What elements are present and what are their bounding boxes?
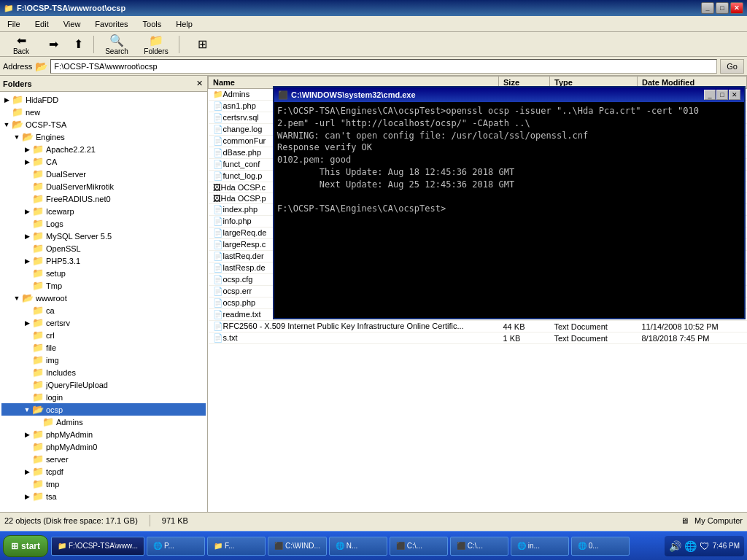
tree-item-img[interactable]: 📁img <box>1 354 206 366</box>
tree-item-new[interactable]: 📁new <box>1 106 206 118</box>
table-row[interactable]: 📄RFC2560 - X.509 Internet Public Key Inf… <box>209 321 747 332</box>
taskbar-item-icon: 🌐 <box>578 542 587 550</box>
menu-help[interactable]: Help <box>171 18 197 30</box>
menu-file[interactable]: File <box>3 18 25 30</box>
tree-item-wwwroot[interactable]: ▼📂wwwroot <box>1 292 206 304</box>
tree-item-ocsp-tsa[interactable]: ▼📂OCSP-TSA <box>1 118 206 131</box>
search-button[interactable]: 🔍 Search <box>98 31 135 58</box>
tree-item-freeradius.net0[interactable]: 📁FreeRADIUS.net0 <box>1 192 206 205</box>
tree-item-label: server <box>46 455 69 464</box>
folders-close-button[interactable]: ✕ <box>195 79 204 88</box>
tree-expander-empty <box>1 107 12 117</box>
taskbar-item[interactable]: ⬛C:\... <box>390 537 448 556</box>
tree-item-php5.3.1[interactable]: ▶📁PHP5.3.1 <box>1 254 206 267</box>
forward-button[interactable]: ➡ <box>42 35 64 53</box>
tree-expander[interactable]: ▶ <box>22 157 32 167</box>
tree-item-admins[interactable]: 📁Admins <box>1 416 206 428</box>
tree-item-certsrv[interactable]: ▶📁certsrv <box>1 316 206 329</box>
taskbar-item[interactable]: 🌐N... <box>329 537 387 556</box>
tree-item-hidafdd[interactable]: ▶📁HidaFDD <box>1 93 206 106</box>
tree-item-jqueryfileupload[interactable]: 📁jQueryFileUpload <box>1 378 206 391</box>
start-button[interactable]: ⊞ start <box>3 535 48 557</box>
address-input[interactable]: F:\OCSP-TSA\wwwroot\ocsp <box>50 59 717 74</box>
tree-item-logs[interactable]: 📁Logs <box>1 217 206 230</box>
cmd-window[interactable]: ⬛ C:\WINDOWS\system32\cmd.exe _ □ ✕ F:\O… <box>273 86 746 319</box>
tree-expander[interactable]: ▼ <box>22 405 32 415</box>
address-bar: Address 📂 F:\OCSP-TSA\wwwroot\ocsp Go <box>0 57 747 76</box>
tree-item-label: Apache2.2.21 <box>46 145 96 154</box>
folders-tree[interactable]: ▶📁HidaFDD📁new▼📂OCSP-TSA▼📂Engines▶📁Apache… <box>0 92 207 512</box>
toolbar-sep-1 <box>93 36 94 53</box>
tree-expander[interactable]: ▶ <box>22 231 32 241</box>
tray-icon-1[interactable]: 🔊 <box>669 540 681 552</box>
taskbar-item[interactable]: ⬛C:\WIND... <box>268 537 327 556</box>
tree-item-openssl[interactable]: 📁OpenSSL <box>1 242 206 254</box>
taskbar-item[interactable]: ⬛C:\... <box>450 537 508 556</box>
close-button[interactable]: ✕ <box>730 2 743 14</box>
taskbar-item[interactable]: 🌐P... <box>147 537 205 556</box>
menu-edit[interactable]: Edit <box>31 18 53 30</box>
address-label: Address <box>3 62 32 71</box>
folders-button[interactable]: 📁 Folders <box>138 31 174 58</box>
tree-item-includes[interactable]: 📁Includes <box>1 366 206 378</box>
address-value: F:\OCSP-TSA\wwwroot\ocsp <box>54 62 157 71</box>
tree-item-crl[interactable]: 📁crl <box>1 329 206 341</box>
tree-item-server[interactable]: 📁server <box>1 453 206 465</box>
taskbar-tray: 🔊 🌐 🛡 7:46 PM <box>665 536 744 556</box>
table-row[interactable]: 📄s.txt 1 KB Text Document 8/18/2018 7:45… <box>209 332 747 344</box>
tree-item-icewarp[interactable]: ▶📁Icewarp <box>1 205 206 217</box>
taskbar-item[interactable]: 🌐in... <box>511 537 569 556</box>
menu-favorites[interactable]: Favorites <box>90 18 132 30</box>
tree-item-phpmyadmin[interactable]: ▶📁phpMyAdmin <box>1 428 206 440</box>
tree-item-setup[interactable]: 📁setup <box>1 267 206 279</box>
tree-item-phpmyadmin0[interactable]: 📁phpMyAdmin0 <box>1 440 206 453</box>
cmd-content: F:\OCSP-TSA\Engines\CA\ocspTest>openssl … <box>277 105 741 215</box>
tree-item-dualserver[interactable]: 📁DualServer <box>1 168 206 180</box>
tree-item-ca[interactable]: 📁ca <box>1 304 206 316</box>
tree-item-apache2.2.21[interactable]: ▶📁Apache2.2.21 <box>1 143 206 155</box>
tree-item-tmp[interactable]: 📁tmp <box>1 478 206 490</box>
title-icon: 📁 <box>4 4 14 13</box>
cmd-maximize-button[interactable]: □ <box>716 90 728 100</box>
cmd-close-button[interactable]: ✕ <box>729 90 740 100</box>
tree-expander[interactable]: ▶ <box>22 429 32 440</box>
tree-item-login[interactable]: 📁login <box>1 391 206 403</box>
tree-expander[interactable]: ▶ <box>22 318 32 328</box>
tree-expander[interactable]: ▶ <box>1 95 12 105</box>
menu-view[interactable]: View <box>59 18 85 30</box>
tray-icon-2[interactable]: 🌐 <box>684 540 697 552</box>
tree-expander[interactable]: ▼ <box>1 120 12 130</box>
tree-item-tcpdf[interactable]: ▶📁tcpdf <box>1 465 206 478</box>
tree-item-ocsp[interactable]: ▼📂ocsp <box>1 403 206 416</box>
taskbar-item[interactable]: 📁F:\OCSP-TSA\www... <box>51 537 144 556</box>
tree-expander[interactable]: ▶ <box>22 206 32 217</box>
tree-item-engines[interactable]: ▼📂Engines <box>1 131 206 143</box>
taskbar-item[interactable]: 📁F... <box>207 537 266 556</box>
tree-item-tsa[interactable]: ▶📁tsa <box>1 490 206 502</box>
up-button[interactable]: ⬆ <box>67 35 89 53</box>
file-icon: 📄 <box>213 298 223 307</box>
tree-item-tmp[interactable]: 📁Tmp <box>1 279 206 292</box>
tree-item-file[interactable]: 📁file <box>1 341 206 354</box>
tree-item-mysqlserver5.5[interactable]: ▶📁MySQL Server 5.5 <box>1 230 206 242</box>
maximize-button[interactable]: □ <box>716 2 729 14</box>
back-button[interactable]: ⬅ Back <box>3 31 39 58</box>
cmd-minimize-button[interactable]: _ <box>704 90 716 100</box>
status-right: 🖥 My Computer <box>681 516 743 525</box>
tree-expander[interactable]: ▼ <box>12 132 22 142</box>
go-button[interactable]: Go <box>720 59 744 74</box>
tree-expander[interactable]: ▼ <box>12 293 22 303</box>
minimize-button[interactable]: _ <box>701 2 714 14</box>
tree-expander[interactable]: ▶ <box>22 467 32 477</box>
tree-item-ca[interactable]: ▶📁CA <box>1 155 206 168</box>
file-date: 11/14/2008 10:52 PM <box>638 321 747 332</box>
tree-expander[interactable]: ▶ <box>22 256 32 266</box>
tray-icon-3[interactable]: 🛡 <box>700 540 710 552</box>
views-button[interactable]: ⊞ <box>184 35 220 53</box>
menu-tools[interactable]: Tools <box>139 18 166 30</box>
tree-expander[interactable]: ▶ <box>22 491 32 502</box>
taskbar-item[interactable]: 🌐0... <box>571 537 630 556</box>
tree-item-dualservermikrotik[interactable]: 📁DualServerMikrotik <box>1 180 206 192</box>
tree-item-label: ocsp <box>46 405 63 414</box>
tree-expander[interactable]: ▶ <box>22 144 32 155</box>
